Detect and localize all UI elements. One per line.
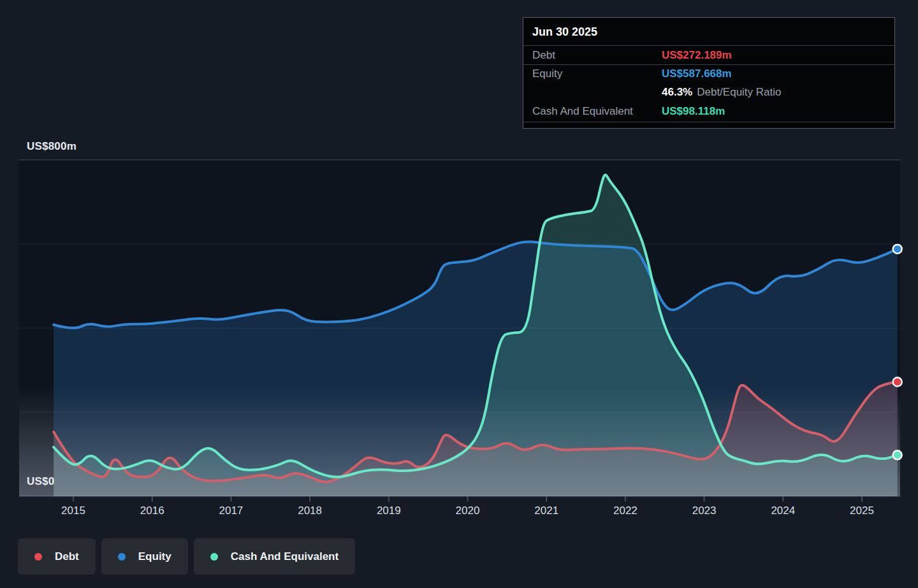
legend-item-label: Equity	[138, 550, 171, 563]
legend-item-cash[interactable]: Cash And Equivalent	[194, 538, 355, 575]
legend-item-debt[interactable]: Debt	[18, 538, 96, 575]
legend-item-label: Cash And Equivalent	[231, 550, 339, 563]
svg-text:2020: 2020	[456, 505, 480, 517]
svg-text:2021: 2021	[534, 505, 558, 517]
tooltip-equity-label: Equity	[532, 68, 662, 80]
tooltip-ratio-row: 46.3% Debt/Equity Ratio	[523, 83, 894, 101]
tooltip-cash-value: US$98.118m	[662, 105, 725, 118]
svg-text:2019: 2019	[377, 505, 401, 517]
svg-text:2022: 2022	[613, 505, 638, 517]
equity-legend-dot	[118, 553, 126, 561]
cash-legend-dot	[210, 553, 218, 561]
tooltip-debt-value: US$272.189m	[662, 49, 732, 62]
tooltip-ratio-label: Debt/Equity Ratio	[697, 86, 781, 99]
svg-text:2018: 2018	[298, 505, 322, 517]
chart-tooltip: Jun 30 2025 Debt US$272.189m Equity US$5…	[523, 17, 895, 129]
legend: Debt Equity Cash And Equivalent	[18, 538, 355, 575]
svg-text:2016: 2016	[140, 505, 164, 517]
tooltip-cash-row: Cash And Equivalent US$98.118m	[523, 101, 894, 122]
svg-text:2023: 2023	[692, 505, 717, 517]
tooltip-date: Jun 30 2025	[523, 18, 894, 46]
svg-text:2024: 2024	[771, 505, 795, 517]
y-axis-max-label: US$800m	[27, 140, 76, 153]
tooltip-debt-label: Debt	[532, 49, 662, 62]
tooltip-ratio-value: 46.3%	[662, 86, 692, 99]
tooltip-equity-value: US$587.668m	[662, 68, 732, 80]
tooltip-equity-row: Equity US$587.668m	[523, 64, 894, 83]
legend-item-equity[interactable]: Equity	[101, 538, 188, 575]
debt-legend-dot	[34, 553, 42, 561]
tooltip-debt-row: Debt US$272.189m	[523, 46, 894, 64]
legend-item-label: Debt	[55, 550, 79, 563]
debt-equity-history-page: { "tooltip": { "date": "Jun 30 2025", "d…	[0, 0, 918, 588]
y-axis-zero-label: US$0	[27, 475, 54, 488]
svg-text:2017: 2017	[219, 505, 243, 517]
svg-text:2025: 2025	[850, 505, 874, 517]
svg-text:2015: 2015	[61, 505, 85, 517]
tooltip-cash-label: Cash And Equivalent	[532, 105, 662, 118]
